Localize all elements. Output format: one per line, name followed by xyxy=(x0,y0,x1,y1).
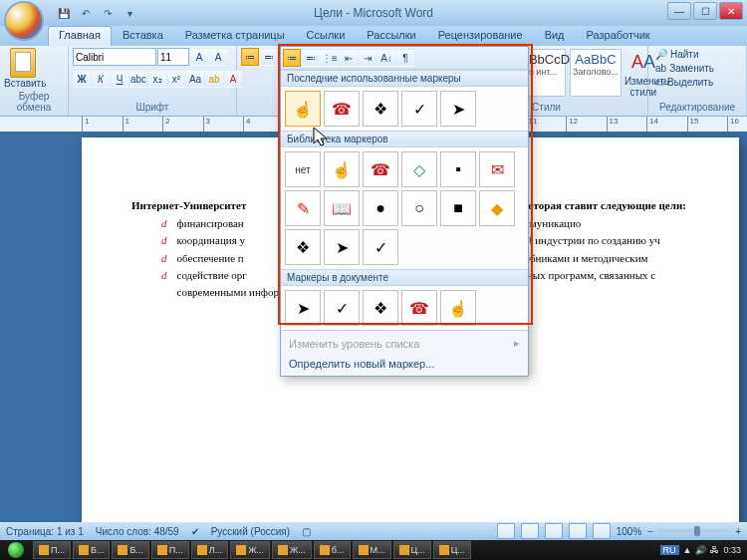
marker-pen[interactable]: ✎ xyxy=(285,190,321,226)
taskbar-item[interactable]: П... xyxy=(33,541,71,559)
status-page[interactable]: Страница: 1 из 1 xyxy=(6,526,84,537)
status-proofing-icon[interactable]: ✔ xyxy=(191,526,199,537)
change-case-button[interactable]: Aa xyxy=(186,70,204,88)
marker-doc-hand[interactable]: ☝ xyxy=(440,290,476,326)
zoom-slider[interactable] xyxy=(659,529,729,533)
tray-volume-icon[interactable]: 🔊 xyxy=(695,545,706,555)
zoom-out-button[interactable]: − xyxy=(647,526,653,537)
replace-button[interactable]: abЗаменить xyxy=(652,62,742,75)
marker-hand[interactable]: ☝ xyxy=(285,91,321,127)
view-outline[interactable] xyxy=(569,523,587,539)
marker-envelope[interactable]: ✉ xyxy=(479,151,515,187)
bullets-button[interactable]: ≔ xyxy=(241,48,259,66)
status-macro-icon[interactable]: ▢ xyxy=(302,526,311,537)
superscript-button[interactable]: x² xyxy=(167,70,185,88)
marker-diamond-outline[interactable]: ◇ xyxy=(401,151,437,187)
taskbar-item[interactable]: П... xyxy=(151,541,189,559)
marker-disc[interactable]: ● xyxy=(363,190,398,226)
font-name-select[interactable]: Calibri xyxy=(73,48,156,66)
close-button[interactable]: ✕ xyxy=(719,2,743,20)
popup-bullets-button[interactable]: ≔ xyxy=(283,49,301,67)
tab-review[interactable]: Рецензирование xyxy=(427,26,534,46)
select-button[interactable]: ▭Выделить xyxy=(652,76,742,89)
language-indicator[interactable]: RU xyxy=(660,545,679,555)
subscript-button[interactable]: x₂ xyxy=(148,70,166,88)
status-language[interactable]: Русский (Россия) xyxy=(211,526,290,537)
view-web-layout[interactable] xyxy=(545,523,563,539)
status-words[interactable]: Число слов: 48/59 xyxy=(96,526,179,537)
tab-home[interactable]: Главная xyxy=(48,26,112,46)
start-button[interactable] xyxy=(0,540,32,560)
marker-arrow2[interactable]: ➤ xyxy=(324,229,360,265)
marker-doc-check[interactable]: ✓ xyxy=(324,290,360,326)
clock[interactable]: 0:33 xyxy=(723,545,741,555)
taskbar-item[interactable]: Ц... xyxy=(433,541,471,559)
view-draft[interactable] xyxy=(593,523,611,539)
define-new-bullet[interactable]: Определить новый маркер... xyxy=(281,354,528,374)
tab-mailings[interactable]: Рассылки xyxy=(356,26,426,46)
marker-doc-fourdiamond[interactable]: ❖ xyxy=(363,290,398,326)
view-full-screen[interactable] xyxy=(521,523,539,539)
popup-marks-button[interactable]: ¶ xyxy=(396,49,414,67)
undo-icon[interactable]: ↶ xyxy=(76,3,96,23)
marker-book[interactable]: 📖 xyxy=(324,190,360,226)
marker-doc-phone[interactable]: ☎ xyxy=(401,290,437,326)
find-button[interactable]: 🔎Найти xyxy=(652,48,742,61)
tab-view[interactable]: Вид xyxy=(534,26,576,46)
highlight-button[interactable]: ab xyxy=(205,70,223,88)
font-size-select[interactable]: 11 xyxy=(157,48,189,66)
marker-small-square[interactable]: ▪ xyxy=(440,151,476,187)
underline-button[interactable]: Ч xyxy=(111,70,128,88)
marker-phone2[interactable]: ☎ xyxy=(363,151,398,187)
marker-circle[interactable]: ○ xyxy=(401,190,437,226)
marker-fourdiamond[interactable]: ❖ xyxy=(363,91,398,127)
taskbar-item[interactable]: Ж... xyxy=(230,541,270,559)
marker-check[interactable]: ✓ xyxy=(401,91,437,127)
marker-fourdiamond2[interactable]: ❖ xyxy=(285,229,321,265)
style-heading1[interactable]: AaBbCЗаголово... xyxy=(570,49,622,97)
zoom-level[interactable]: 100% xyxy=(617,526,642,537)
tab-insert[interactable]: Вставка xyxy=(112,26,174,46)
shrink-font-icon[interactable]: A xyxy=(209,48,227,66)
minimize-button[interactable]: — xyxy=(667,2,691,20)
marker-hand2[interactable]: ☝ xyxy=(324,151,360,187)
view-print-layout[interactable] xyxy=(497,523,515,539)
maximize-button[interactable]: ☐ xyxy=(693,2,717,20)
taskbar-item[interactable]: б... xyxy=(314,541,351,559)
popup-multilevel-button[interactable]: ⋮≡ xyxy=(321,49,339,67)
zoom-in-button[interactable]: + xyxy=(735,526,741,537)
popup-numbering-button[interactable]: ≕ xyxy=(302,49,320,67)
italic-button[interactable]: К xyxy=(92,70,110,88)
bold-button[interactable]: Ж xyxy=(73,70,91,88)
taskbar-item[interactable]: Л... xyxy=(191,541,228,559)
tab-developer[interactable]: Разработчик xyxy=(576,26,661,46)
save-icon[interactable]: 💾 xyxy=(54,3,74,23)
taskbar-item[interactable]: Ц... xyxy=(393,541,431,559)
popup-inc-indent-button[interactable]: ⇥ xyxy=(359,49,376,67)
grow-font-icon[interactable]: A xyxy=(190,48,208,66)
taskbar-item[interactable]: Ж... xyxy=(272,541,312,559)
marker-square[interactable]: ■ xyxy=(440,190,476,226)
marker-check2[interactable]: ✓ xyxy=(363,229,398,265)
taskbar-item[interactable]: Б... xyxy=(73,541,110,559)
taskbar-item[interactable]: М... xyxy=(353,541,391,559)
strike-button[interactable]: abc xyxy=(129,70,147,88)
popup-sort-button[interactable]: A↓ xyxy=(377,49,395,67)
tab-page-layout[interactable]: Разметка страницы xyxy=(174,26,296,46)
marker-doc-arrow[interactable]: ➤ xyxy=(285,290,321,326)
marker-phone[interactable]: ☎ xyxy=(324,91,360,127)
popup-dec-indent-button[interactable]: ⇤ xyxy=(340,49,358,67)
taskbar-item[interactable]: Б... xyxy=(112,541,148,559)
marker-arrow[interactable]: ➤ xyxy=(440,91,476,127)
windows-taskbar: П...Б...Б...П...Л...Ж...Ж...б...М...Ц...… xyxy=(0,540,747,560)
tab-references[interactable]: Ссылки xyxy=(296,26,357,46)
tray-network-icon[interactable]: 🖧 xyxy=(710,545,719,555)
qat-more-icon[interactable]: ▾ xyxy=(120,3,139,23)
redo-icon[interactable]: ↷ xyxy=(98,3,118,23)
office-button[interactable] xyxy=(4,1,44,41)
marker-color-diamond[interactable]: ◆ xyxy=(479,190,515,226)
numbering-button[interactable]: ≕ xyxy=(260,48,278,66)
paste-button[interactable]: Вставить xyxy=(4,48,42,89)
tray-icon[interactable]: ▲ xyxy=(683,545,692,555)
marker-none[interactable]: нет xyxy=(285,151,321,187)
